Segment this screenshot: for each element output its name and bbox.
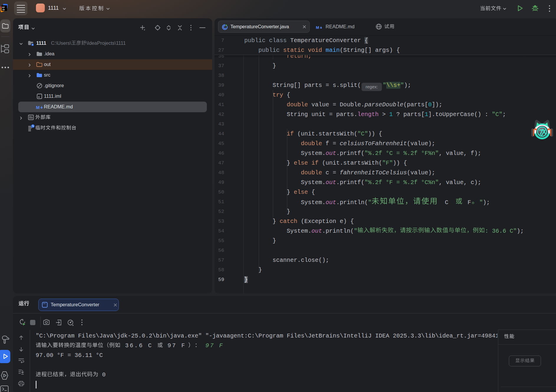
svg-text:M: M bbox=[316, 25, 319, 30]
svg-text:IJ: IJ bbox=[2, 6, 5, 9]
svg-text:M: M bbox=[36, 105, 40, 110]
